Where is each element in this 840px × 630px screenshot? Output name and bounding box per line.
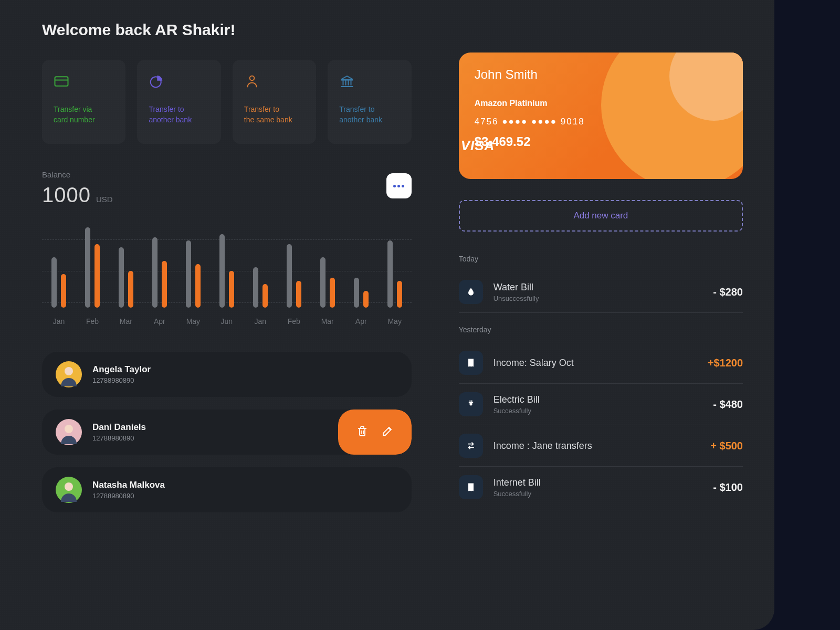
tx-info: Internet BillSuccessfully (494, 477, 703, 498)
receipt-icon (459, 475, 483, 499)
transaction-row[interactable]: Internet BillSuccessfully- $100 (459, 467, 743, 508)
chart-x-label: Apr (143, 317, 176, 326)
card-brand: Amazon Platinium (475, 99, 727, 108)
receipt-icon (459, 351, 483, 375)
chart-x-label: May (176, 317, 210, 326)
chart-x-label: Jan (244, 317, 277, 326)
card-network: VISA (461, 138, 713, 154)
contacts-list: Angela Taylor12788980890Dani Daniels1278… (42, 352, 412, 512)
action-label: Transfer viacard number (54, 104, 114, 125)
action-label: Transfer toanother bank (149, 104, 209, 125)
chart-bar-orange (195, 264, 201, 308)
svg-rect-4 (342, 79, 352, 80)
tx-group-label: Yesterday (459, 326, 743, 334)
chart-x-label: May (378, 317, 412, 326)
transaction-row[interactable]: Income : Jane transfers+ $500 (459, 425, 743, 467)
chart-bar-group (42, 220, 76, 308)
transaction-row[interactable]: Electric BillSuccessfully- $480 (459, 384, 743, 425)
tx-title: Electric Bill (494, 394, 703, 405)
chart-bar-orange (397, 281, 402, 308)
card-holder: John Smith (475, 67, 727, 82)
chart-x-label: Mar (109, 317, 143, 326)
tx-info: Electric BillSuccessfully (494, 394, 703, 415)
chart-bar-gray (354, 278, 359, 308)
chart-bar-gray (85, 227, 90, 308)
chart-bar-group (244, 220, 277, 308)
add-card-button[interactable]: Add new card (459, 200, 743, 232)
tx-amount: - $100 (713, 481, 743, 494)
more-button[interactable] (386, 173, 412, 198)
chart-bar-group (277, 220, 311, 308)
chart-bar-group (378, 220, 412, 308)
tx-title: Income: Salary Oct (494, 358, 697, 369)
left-column: Welcome back AR Shakir! Transfer viacard… (42, 21, 412, 598)
contact-info: Angela Taylor12788980890 (92, 364, 151, 384)
transaction-row[interactable]: Income: Salary Oct+$1200 (459, 342, 743, 384)
svg-rect-0 (55, 77, 68, 86)
contact-row[interactable]: Dani Daniels12788980890 (42, 410, 412, 455)
right-column: John Smith Amazon Platinium 4756 ●●●● ●●… (459, 21, 743, 598)
chart-bar-orange (296, 281, 301, 308)
avatar (56, 477, 82, 503)
chart-bar-gray (253, 267, 258, 308)
chart-bar-gray (219, 234, 225, 308)
chart-x-label: Jan (42, 317, 76, 326)
chart-x-label: Jun (210, 317, 244, 326)
chart-bar-orange (94, 244, 100, 308)
card-number: 4756 ●●●● ●●●● 9018 (475, 117, 727, 127)
transactions: TodayWater BillUnsuccessfully- $280Yeste… (459, 255, 743, 508)
tx-title: Internet Bill (494, 477, 703, 488)
tx-amount: - $480 (713, 398, 743, 411)
avatar (56, 361, 82, 387)
tx-title: Water Bill (494, 282, 703, 293)
transfer-icon (459, 434, 483, 458)
chart-bar-orange (128, 271, 133, 308)
contact-number: 12788980890 (92, 492, 165, 500)
tx-subtitle: Successfully (494, 407, 703, 415)
chart-bar-gray (287, 244, 292, 308)
contact-row[interactable]: Natasha Malkova12788980890 (42, 467, 412, 512)
contact-number: 12788980890 (92, 434, 146, 442)
chart-x-label: Feb (277, 317, 311, 326)
action-label: Transfer toanother bank (339, 104, 400, 125)
action-label: Transfer tothe same bank (244, 104, 304, 125)
balance-value-row: 1000 USD (42, 183, 412, 207)
pie-chart-icon (149, 74, 164, 89)
tx-subtitle: Successfully (494, 490, 703, 498)
edit-icon[interactable] (381, 425, 394, 439)
avatar (56, 419, 82, 445)
chart-bar-orange (363, 291, 369, 308)
balance-chart: JanFebMarAprMayJunJanFebMarAprMay (42, 220, 412, 326)
svg-point-15 (65, 482, 73, 491)
tx-info: Income: Salary Oct (494, 358, 697, 369)
chart-x-label: Apr (344, 317, 378, 326)
action-tile[interactable]: Transfer toanother bank (137, 60, 220, 144)
tx-title: Income : Jane transfers (494, 440, 700, 452)
contact-info: Natasha Malkova12788980890 (92, 480, 165, 500)
contact-name: Angela Taylor (92, 364, 151, 375)
tx-info: Income : Jane transfers (494, 440, 700, 452)
contact-number: 12788980890 (92, 376, 151, 384)
svg-point-3 (249, 76, 254, 80)
contact-swipe-actions (338, 410, 412, 455)
chart-bar-group (143, 220, 176, 308)
trash-icon[interactable] (356, 425, 369, 439)
tx-amount: - $280 (713, 286, 743, 298)
bank-icon (339, 74, 355, 89)
credit-card[interactable]: John Smith Amazon Platinium 4756 ●●●● ●●… (459, 52, 743, 179)
action-tile[interactable]: Transfer tothe same bank (233, 60, 316, 144)
contact-name: Dani Daniels (92, 422, 146, 433)
action-tile[interactable]: Transfer toanother bank (328, 60, 411, 144)
chart-x-labels: JanFebMarAprMayJunJanFebMarAprMay (42, 317, 412, 326)
tx-group-label: Today (459, 255, 743, 263)
svg-point-13 (65, 425, 73, 433)
person-icon (244, 74, 260, 89)
contact-row[interactable]: Angela Taylor12788980890 (42, 352, 412, 397)
transaction-row[interactable]: Water BillUnsuccessfully- $280 (459, 271, 743, 313)
tx-amount: +$1200 (708, 357, 743, 369)
chart-bar-group (76, 220, 109, 308)
chart-bar-gray (186, 240, 191, 308)
action-tile[interactable]: Transfer viacard number (42, 60, 125, 144)
credit-card-icon (54, 74, 69, 89)
chart-bar-group (344, 220, 378, 308)
